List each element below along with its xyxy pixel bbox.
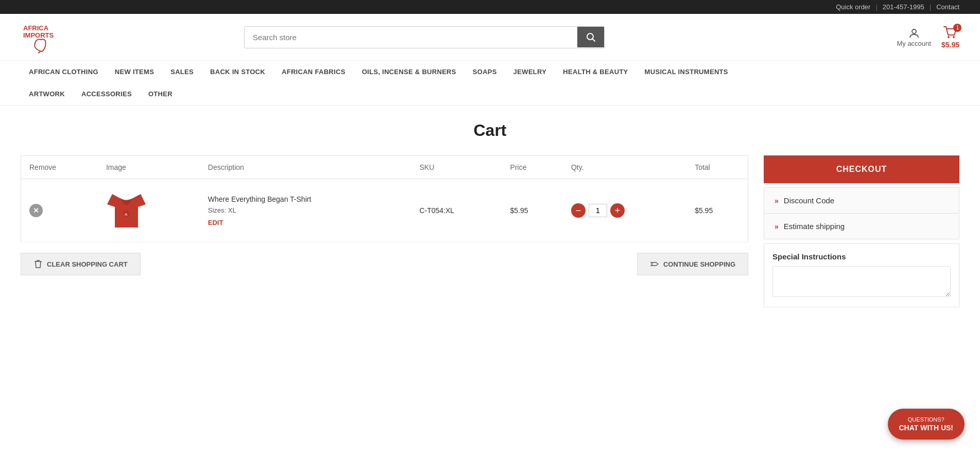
svg-line-3: [592, 39, 595, 42]
sidebar-accordion: » Discount Code » Estimate shipping: [764, 187, 959, 239]
shipping-accordion[interactable]: » Estimate shipping: [764, 214, 959, 239]
qty-decrease-button[interactable]: −: [571, 203, 586, 218]
nav-item-secondary[interactable]: ARTWORK: [21, 83, 73, 105]
col-sku: SKU: [411, 156, 502, 179]
chevron-right-icon2: »: [775, 222, 779, 231]
nav-secondary-row: ARTWORKACCESSORIESOTHER: [21, 83, 959, 105]
cart-area[interactable]: 1 $5.95: [941, 26, 959, 49]
col-image: Image: [98, 156, 200, 179]
nav-item-primary[interactable]: AFRICAN FABRICS: [273, 61, 354, 83]
special-instructions-textarea[interactable]: [772, 266, 951, 297]
divider1: |: [875, 3, 877, 11]
special-instructions-title: Special Instructions: [772, 252, 951, 261]
search-area: [244, 26, 605, 48]
checkout-button[interactable]: CHECKOUT: [764, 155, 959, 183]
nav-item-primary[interactable]: MUSICAL INSTRUMENTS: [637, 61, 736, 83]
tshirt-icon: A: [107, 189, 146, 233]
phone-number: 201-457-1995: [883, 3, 924, 11]
svg-point-4: [912, 29, 916, 33]
qty-input[interactable]: [589, 204, 607, 217]
main-content: Cart Remove Image Description SKU Price …: [0, 106, 980, 323]
edit-link[interactable]: EDIT: [208, 219, 223, 226]
divider2: |: [930, 3, 931, 11]
account-link[interactable]: My account: [897, 27, 931, 47]
product-size: Sizes: XL: [208, 206, 403, 214]
nav-item-primary[interactable]: JEWELRY: [505, 61, 555, 83]
product-price: $5.95: [510, 206, 528, 215]
continue-icon: [650, 259, 659, 269]
search-input[interactable]: [245, 27, 577, 48]
nav-item-secondary[interactable]: OTHER: [140, 83, 181, 105]
nav-primary-row: AFRICAN CLOTHINGNEW ITEMSSALESBACK IN ST…: [21, 61, 959, 83]
nav-item-primary[interactable]: OILS, INCENSE & BURNERS: [354, 61, 465, 83]
search-icon: [586, 32, 596, 42]
chevron-right-icon: »: [775, 197, 779, 205]
table-row: ✕ A: [21, 179, 748, 242]
account-label: My account: [897, 40, 931, 47]
nav-item-primary[interactable]: BACK IN STOCK: [202, 61, 273, 83]
header: AFRICA IMPORTS My account: [0, 14, 980, 61]
shipping-label: Estimate shipping: [784, 222, 845, 231]
discount-header: » Discount Code: [764, 188, 959, 213]
search-button[interactable]: [577, 27, 604, 47]
clear-cart-label: CLEAR SHOPPING CART: [47, 260, 128, 268]
contact-link[interactable]: Contact: [936, 3, 959, 11]
quick-order-link[interactable]: Quick order: [836, 3, 870, 11]
continue-shopping-label: CONTINUE SHOPPING: [663, 260, 735, 268]
nav-item-primary[interactable]: SOAPS: [465, 61, 505, 83]
top-bar: Quick order | 201-457-1995 | Contact: [0, 0, 980, 14]
nav-item-secondary[interactable]: ACCESSORIES: [73, 83, 140, 105]
col-qty: Qty.: [563, 156, 686, 179]
col-total: Total: [686, 156, 748, 179]
svg-point-6: [953, 36, 955, 38]
svg-text:IMPORTS: IMPORTS: [23, 31, 54, 39]
nav-item-primary[interactable]: NEW ITEMS: [107, 61, 162, 83]
svg-point-5: [948, 36, 950, 38]
page-title: Cart: [21, 121, 959, 140]
product-sku: C-T054:XL: [419, 206, 454, 215]
product-total: $5.95: [695, 206, 713, 215]
col-remove: Remove: [21, 156, 98, 179]
cart-layout: Remove Image Description SKU Price Qty. …: [21, 155, 959, 307]
continue-shopping-button[interactable]: CONTINUE SHOPPING: [637, 253, 748, 275]
qty-increase-button[interactable]: +: [610, 203, 625, 218]
remove-item-button[interactable]: ✕: [29, 204, 43, 217]
clear-cart-button[interactable]: CLEAR SHOPPING CART: [21, 253, 141, 275]
col-price: Price: [502, 156, 563, 179]
cart-price: $5.95: [941, 41, 959, 49]
svg-text:A: A: [125, 212, 128, 217]
product-image: A: [106, 187, 147, 234]
logo-area[interactable]: AFRICA IMPORTS: [21, 19, 93, 55]
product-name: Where Everything Began T-Shirt: [208, 195, 403, 203]
discount-label: Discount Code: [784, 196, 834, 205]
col-description: Description: [200, 156, 411, 179]
qty-control: − +: [571, 203, 678, 218]
nav-item-primary[interactable]: SALES: [162, 61, 202, 83]
special-instructions-area: Special Instructions: [764, 243, 959, 307]
cart-table: Remove Image Description SKU Price Qty. …: [21, 155, 748, 242]
cart-clear-icon: [33, 259, 43, 269]
cart-table-area: Remove Image Description SKU Price Qty. …: [21, 155, 748, 275]
nav-item-primary[interactable]: HEALTH & BEAUTY: [555, 61, 636, 83]
cart-actions: CLEAR SHOPPING CART CONTINUE SHOPPING: [21, 253, 748, 275]
cart-sidebar: CHECKOUT » Discount Code » Estimate ship…: [764, 155, 959, 307]
nav-item-primary[interactable]: AFRICAN CLOTHING: [21, 61, 107, 83]
shipping-header: » Estimate shipping: [764, 214, 959, 239]
svg-text:AFRICA: AFRICA: [23, 24, 49, 32]
discount-accordion[interactable]: » Discount Code: [764, 188, 959, 214]
cart-badge: 1: [953, 24, 961, 32]
logo-icon: AFRICA IMPORTS: [21, 19, 77, 55]
nav-primary: AFRICAN CLOTHINGNEW ITEMSSALESBACK IN ST…: [0, 61, 980, 106]
account-icon: [908, 27, 920, 40]
header-right: My account 1 $5.95: [897, 26, 959, 49]
